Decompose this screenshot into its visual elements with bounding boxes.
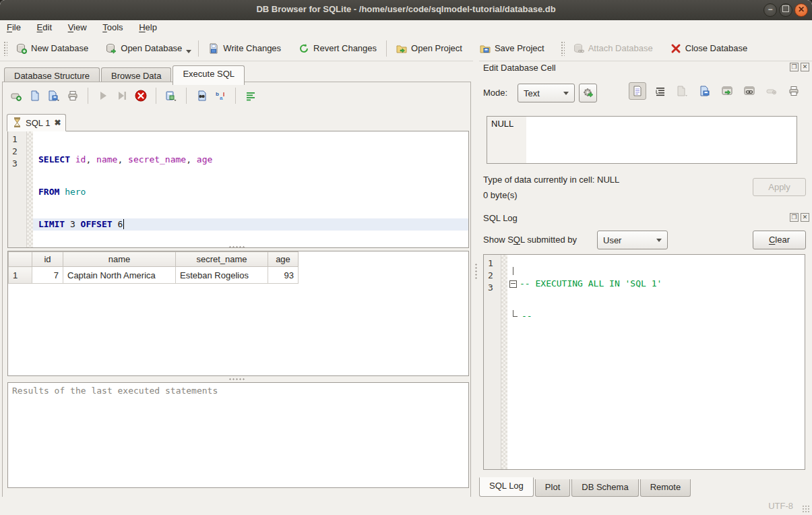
print-button[interactable]: [65, 88, 81, 104]
text-mode-button[interactable]: [629, 82, 646, 100]
new-sql-tab-button[interactable]: [8, 88, 24, 104]
print-cell-button[interactable]: [786, 83, 802, 99]
column-header-secret-name[interactable]: secret_name: [176, 252, 268, 267]
column-header-id[interactable]: id: [32, 252, 63, 267]
cell-secret-name[interactable]: Esteban Rogelios: [176, 267, 268, 284]
toolbar-separator: [235, 88, 236, 104]
toolbar-separator: [198, 40, 199, 57]
dock-float-icon[interactable]: ❐: [790, 63, 799, 71]
new-database-label: New Database: [31, 43, 88, 53]
close-database-button[interactable]: Close Database: [665, 40, 753, 57]
cell-size-info: 0 byte(s): [483, 190, 518, 200]
new-database-button[interactable]: New Database: [11, 40, 94, 57]
word-wrap-button[interactable]: [652, 83, 668, 99]
sql-editor[interactable]: 1 2 3 SELECT id, name, secret_name, age …: [7, 131, 469, 248]
log-line-3: [507, 342, 805, 355]
open-database-label: Open Database: [121, 43, 182, 53]
write-changes-icon: [208, 43, 219, 54]
open-database-icon: [106, 43, 117, 54]
close-button[interactable]: ✕: [794, 3, 808, 17]
editor-code[interactable]: SELECT id, name, secret_name, age FROM h…: [33, 133, 468, 248]
save-sql-file-button[interactable]: [46, 88, 62, 104]
close-database-label: Close Database: [685, 43, 748, 53]
cell-age[interactable]: 93: [268, 267, 299, 284]
open-project-button[interactable]: Open Project: [391, 40, 468, 57]
gear-arrow-icon: [583, 87, 594, 100]
save-results-button[interactable]: [163, 88, 179, 104]
sql-log-area[interactable]: 1 2 3 -- EXECUTING ALL IN 'SQL 1' --: [483, 254, 805, 470]
open-project-label: Open Project: [411, 43, 462, 53]
word-wrap-button[interactable]: [243, 88, 259, 104]
toolbar-grip[interactable]: [3, 41, 7, 56]
sql-log-dock-buttons: ❐ ✕: [790, 213, 809, 222]
menu-file[interactable]: File: [0, 20, 28, 34]
clear-log-button[interactable]: Clear: [753, 231, 806, 249]
results-table: id name secret_name age 1 7 Captain Nort…: [8, 251, 299, 284]
revert-changes-button[interactable]: Revert Changes: [293, 40, 382, 57]
cell-value: NULL: [491, 119, 513, 129]
menu-help[interactable]: Help: [132, 20, 164, 34]
sql1-tab-close-icon[interactable]: ✖: [54, 118, 61, 127]
write-changes-button[interactable]: Write Changes: [203, 40, 286, 57]
cell-edit-area[interactable]: NULL: [487, 116, 797, 164]
dock-close-icon[interactable]: ✕: [801, 213, 809, 222]
toolbar-separator: [186, 88, 187, 104]
maximize-button[interactable]: [779, 3, 792, 17]
attach-database-icon: [573, 43, 584, 54]
encoding-indicator[interactable]: UTF-8: [768, 501, 793, 511]
results-message-area[interactable]: Results of the last executed statements: [7, 382, 469, 488]
statusbar: UTF-8: [0, 497, 812, 515]
auto-switch-mode-button[interactable]: [579, 84, 597, 102]
column-header-name[interactable]: name: [63, 252, 176, 267]
open-database-button[interactable]: Open Database: [100, 40, 187, 57]
menu-view[interactable]: View: [61, 20, 94, 34]
resize-grip[interactable]: [802, 505, 810, 513]
tab-remote[interactable]: Remote: [640, 479, 691, 497]
panel-splitter[interactable]: [473, 61, 479, 497]
execute-sql-page: ba SQL 1 ✖ 1 2 3: [2, 82, 471, 515]
fold-collapse-icon[interactable]: [509, 280, 517, 288]
cell-link-button[interactable]: [741, 83, 757, 99]
open-external-button[interactable]: [719, 83, 735, 99]
splitter-handle[interactable]: [228, 246, 246, 248]
sql1-tab[interactable]: SQL 1 ✖: [7, 114, 66, 131]
text-cursor: [123, 219, 124, 229]
cell-type-info: Type of data currently in cell: NULL: [483, 175, 619, 185]
titlebar[interactable]: DB Browser for SQLite - /home/user/code/…: [0, 0, 812, 21]
save-project-button[interactable]: Save Project: [474, 40, 550, 57]
log-line-2: --: [507, 310, 805, 322]
log-line-numbers: 1 2 3: [484, 255, 501, 469]
editor-fold-margin: [27, 131, 33, 247]
app-window: DB Browser for SQLite - /home/user/code/…: [0, 0, 812, 515]
menu-tools[interactable]: Tools: [96, 20, 129, 34]
revert-changes-icon: [299, 43, 309, 54]
mode-select[interactable]: Text: [518, 84, 575, 102]
menu-edit[interactable]: Edit: [30, 20, 59, 34]
dock-float-icon[interactable]: ❐: [790, 213, 799, 222]
toolbar-grip[interactable]: [561, 41, 565, 56]
row-number[interactable]: 1: [9, 267, 32, 284]
minimize-button[interactable]: −: [763, 3, 777, 17]
log-filter-select[interactable]: User: [597, 231, 668, 249]
splitter-handle[interactable]: [228, 378, 246, 380]
stop-button[interactable]: [133, 88, 149, 104]
svg-text:b: b: [216, 91, 219, 97]
cell-name[interactable]: Captain North America: [63, 267, 176, 284]
dock-close-icon[interactable]: ✕: [801, 63, 809, 71]
tab-plot[interactable]: Plot: [535, 479, 570, 497]
attach-database-button: Attach Database: [568, 40, 658, 57]
results-header-row: id name secret_name age: [9, 252, 299, 267]
open-database-dropdown[interactable]: [186, 50, 191, 53]
column-header-age[interactable]: age: [268, 252, 299, 267]
results-grid[interactable]: id name secret_name age 1 7 Captain Nort…: [7, 251, 469, 376]
tab-db-schema[interactable]: DB Schema: [571, 479, 638, 497]
tab-sql-log[interactable]: SQL Log: [479, 477, 534, 497]
cell-id[interactable]: 7: [32, 267, 63, 284]
open-sql-file-button[interactable]: [27, 88, 43, 104]
export-cell-button[interactable]: [697, 83, 713, 99]
format-sql-button[interactable]: ba: [212, 88, 228, 104]
tab-execute-sql[interactable]: Execute SQL: [173, 65, 245, 85]
find-button[interactable]: [193, 88, 210, 104]
toolbar-separator: [88, 88, 88, 104]
sql-log-dock-title: SQL Log: [483, 213, 518, 223]
